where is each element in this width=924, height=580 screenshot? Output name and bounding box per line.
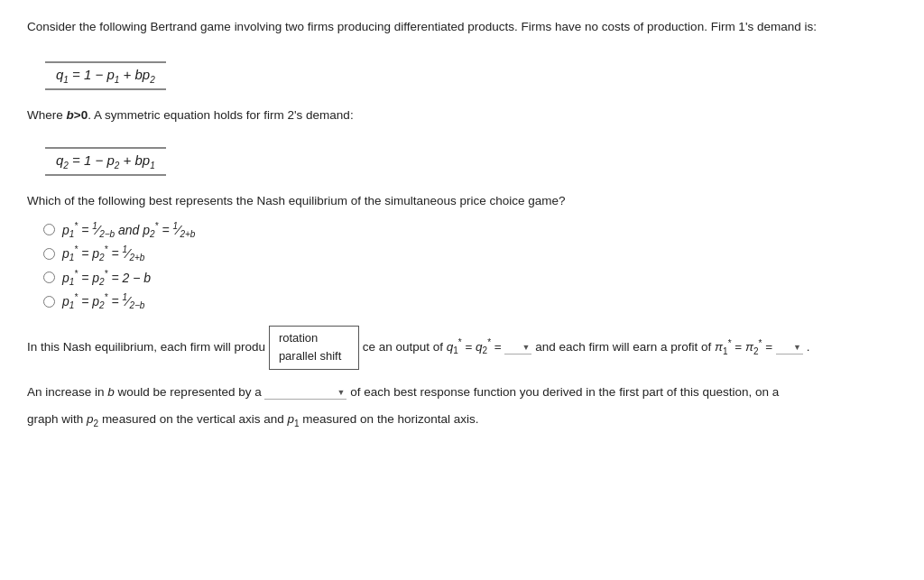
graph-line: graph with p2 measured on the vertical a…: [27, 410, 897, 431]
increase-line: An increase in b would be represented by…: [27, 382, 897, 402]
option-3-label: p1* = p2* = 2 − b: [62, 269, 151, 287]
formula2-text: q2 = 1 − p2 + bp1: [56, 152, 155, 168]
option-2-label: p1* = p2* = 1⁄2+b: [62, 244, 144, 262]
option-3[interactable]: p1* = p2* = 2 − b: [43, 269, 897, 287]
option-4-label: p1* = p2* = 1⁄2−b: [62, 292, 144, 310]
dropdown-option-parallel-shift: parallel shift: [279, 347, 349, 366]
intro-text: Consider the following Bertrand game inv…: [27, 18, 897, 36]
answer-options: p1* = 1⁄2−b and p2* = 1⁄2+b p1* = p2* = …: [43, 221, 897, 311]
option-4[interactable]: p1* = p2* = 1⁄2−b: [43, 292, 897, 310]
where-text: Where b>0. A symmetric equation holds fo…: [27, 106, 897, 124]
option-1[interactable]: p1* = 1⁄2−b and p2* = 1⁄2+b: [43, 221, 897, 239]
formula2-block: q2 = 1 − p2 + bp1: [45, 147, 166, 176]
option-1-label: p1* = 1⁄2−b and p2* = 1⁄2+b: [62, 221, 195, 239]
nash-before-text: In this Nash equilibrium, each firm will…: [27, 340, 265, 354]
radio-opt4[interactable]: [43, 296, 55, 308]
output-select[interactable]: [504, 340, 531, 354]
increase-select[interactable]: rotation parallel shift: [264, 385, 346, 400]
dropdown-option-rotation: rotation: [279, 329, 349, 348]
radio-opt2[interactable]: [43, 248, 55, 260]
increase-select-wrapper[interactable]: rotation parallel shift: [264, 382, 346, 402]
nash-eq-line: In this Nash equilibrium, each firm will…: [27, 326, 897, 371]
radio-opt3[interactable]: [43, 272, 55, 283]
profit-select[interactable]: [776, 340, 803, 354]
dropdown-box[interactable]: rotation parallel shift: [269, 326, 359, 371]
formula1-block: q1 = 1 − p1 + bp2: [45, 61, 166, 90]
output-select-wrapper[interactable]: q1* = q2* =: [447, 335, 532, 359]
radio-opt1[interactable]: [43, 224, 55, 235]
nash-middle-text: ce an output of q1* = q2* = and each fir…: [363, 340, 810, 354]
formula1-text: q1 = 1 − p1 + bp2: [56, 67, 155, 82]
profit-select-wrapper[interactable]: [776, 336, 803, 358]
option-2[interactable]: p1* = p2* = 1⁄2+b: [43, 244, 897, 262]
question-text: Which of the following best represents t…: [27, 192, 897, 210]
